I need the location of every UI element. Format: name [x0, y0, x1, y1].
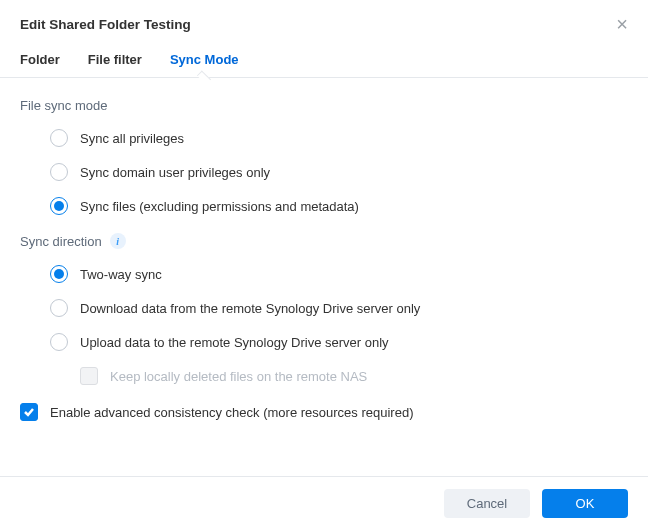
- radio-icon: [50, 129, 68, 147]
- option-label: Keep locally deleted files on the remote…: [110, 369, 367, 384]
- ok-button[interactable]: OK: [542, 489, 628, 518]
- dialog-title: Edit Shared Folder Testing: [20, 17, 191, 32]
- info-icon[interactable]: i: [110, 233, 126, 249]
- sync-direction-options: Two-way sync Download data from the remo…: [20, 265, 628, 385]
- option-label: Two-way sync: [80, 267, 162, 282]
- radio-sync-files-excluding[interactable]: Sync files (excluding permissions and me…: [50, 197, 628, 215]
- option-label: Download data from the remote Synology D…: [80, 301, 420, 316]
- checkbox-icon: [80, 367, 98, 385]
- radio-icon: [50, 163, 68, 181]
- radio-two-way-sync[interactable]: Two-way sync: [50, 265, 628, 283]
- radio-upload-only[interactable]: Upload data to the remote Synology Drive…: [50, 333, 628, 351]
- option-label: Upload data to the remote Synology Drive…: [80, 335, 389, 350]
- dialog-content: File sync mode Sync all privileges Sync …: [0, 78, 648, 476]
- file-sync-mode-label: File sync mode: [20, 98, 628, 113]
- tab-file-filter[interactable]: File filter: [88, 46, 142, 77]
- dialog-header: Edit Shared Folder Testing ×: [0, 0, 648, 46]
- radio-download-only[interactable]: Download data from the remote Synology D…: [50, 299, 628, 317]
- sync-direction-label-text: Sync direction: [20, 234, 102, 249]
- file-sync-mode-options: Sync all privileges Sync domain user pri…: [20, 129, 628, 215]
- cancel-button[interactable]: Cancel: [444, 489, 530, 518]
- radio-icon: [50, 197, 68, 215]
- checkbox-icon: [20, 403, 38, 421]
- option-label: Sync all privileges: [80, 131, 184, 146]
- radio-icon: [50, 265, 68, 283]
- tab-bar: Folder File filter Sync Mode: [0, 46, 648, 78]
- tab-folder[interactable]: Folder: [20, 46, 60, 77]
- radio-icon: [50, 299, 68, 317]
- option-label: Sync files (excluding permissions and me…: [80, 199, 359, 214]
- close-icon[interactable]: ×: [616, 14, 628, 34]
- checkbox-consistency-check[interactable]: Enable advanced consistency check (more …: [20, 403, 628, 421]
- radio-sync-all-privileges[interactable]: Sync all privileges: [50, 129, 628, 147]
- dialog-footer: Cancel OK: [0, 476, 648, 530]
- option-label: Sync domain user privileges only: [80, 165, 270, 180]
- radio-icon: [50, 333, 68, 351]
- sync-direction-label: Sync direction i: [20, 233, 628, 249]
- checkbox-keep-deleted: Keep locally deleted files on the remote…: [50, 367, 628, 385]
- option-label: Enable advanced consistency check (more …: [50, 405, 413, 420]
- tab-sync-mode[interactable]: Sync Mode: [170, 46, 239, 77]
- radio-sync-domain-user[interactable]: Sync domain user privileges only: [50, 163, 628, 181]
